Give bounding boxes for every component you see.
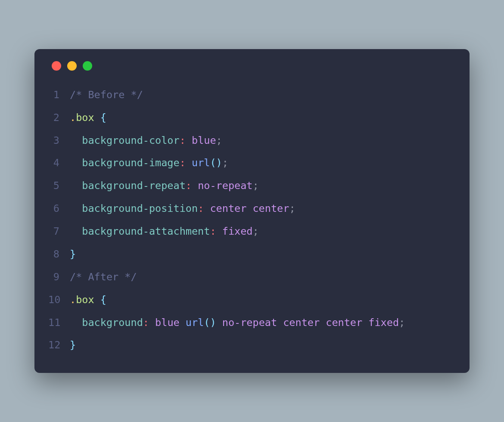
code-token: : xyxy=(210,225,216,237)
code-token: no-repeat center center fixed xyxy=(216,316,399,329)
code-token: fixed xyxy=(222,225,253,237)
code-token xyxy=(192,180,198,192)
line-number: 4 xyxy=(48,152,70,174)
code-token: background-color xyxy=(82,134,179,146)
code-editor-window: 1/* Before */2.box {3 background-color: … xyxy=(34,49,470,373)
minimize-icon[interactable] xyxy=(67,61,77,71)
code-token: ; xyxy=(289,202,295,214)
code-token: blue xyxy=(155,316,186,329)
code-line[interactable]: 7 background-attachment: fixed; xyxy=(48,220,456,243)
code-token: ; xyxy=(222,157,228,169)
code-line[interactable]: 1/* Before */ xyxy=(48,84,456,106)
code-token xyxy=(70,134,82,146)
code-token: ; xyxy=(252,225,258,237)
code-token: : xyxy=(180,134,186,146)
code-area[interactable]: 1/* Before */2.box {3 background-color: … xyxy=(48,84,456,357)
code-token: : xyxy=(143,316,149,329)
code-line[interactable]: 8} xyxy=(48,243,456,266)
line-number: 7 xyxy=(48,220,70,243)
code-token xyxy=(216,225,222,237)
window-titlebar xyxy=(52,61,456,71)
code-token xyxy=(70,316,82,329)
code-token: () xyxy=(204,316,216,329)
line-content[interactable]: } xyxy=(70,334,456,357)
line-number: 6 xyxy=(48,197,70,220)
code-token: /* Before */ xyxy=(70,89,143,101)
code-token: { xyxy=(100,294,106,306)
code-token: box xyxy=(76,112,94,124)
line-content[interactable]: background-image: url(); xyxy=(70,152,456,174)
code-token: : xyxy=(186,180,192,192)
code-token xyxy=(186,157,192,169)
line-number: 12 xyxy=(48,334,70,357)
code-token: . xyxy=(70,112,76,124)
code-token: ; xyxy=(216,134,222,146)
code-token: background-image xyxy=(82,157,179,169)
code-token xyxy=(149,316,155,329)
code-line[interactable]: 3 background-color: blue; xyxy=(48,129,456,152)
line-number: 9 xyxy=(48,266,70,289)
code-token: no-repeat xyxy=(198,180,252,192)
code-token xyxy=(94,112,100,124)
line-number: 10 xyxy=(48,289,70,311)
code-token xyxy=(70,157,82,169)
code-token xyxy=(70,225,82,237)
code-token xyxy=(186,134,192,146)
code-token: } xyxy=(70,339,76,351)
code-token: background xyxy=(82,316,143,329)
code-token: . xyxy=(70,294,76,306)
line-content[interactable]: .box { xyxy=(70,289,456,311)
close-icon[interactable] xyxy=(52,61,61,71)
line-content[interactable]: /* Before */ xyxy=(70,84,456,106)
code-line[interactable]: 9/* After */ xyxy=(48,266,456,289)
code-token: ; xyxy=(399,316,405,329)
code-line[interactable]: 12} xyxy=(48,334,456,357)
code-line[interactable]: 6 background-position: center center; xyxy=(48,197,456,220)
line-content[interactable]: } xyxy=(70,243,456,266)
line-content[interactable]: .box { xyxy=(70,106,456,129)
line-content[interactable]: background: blue url() no-repeat center … xyxy=(70,311,456,334)
code-token: blue xyxy=(192,134,216,146)
code-token: background-repeat xyxy=(82,180,186,192)
line-content[interactable]: background-attachment: fixed; xyxy=(70,220,456,243)
line-number: 1 xyxy=(48,84,70,106)
code-token xyxy=(70,202,82,214)
line-number: 8 xyxy=(48,243,70,266)
line-number: 3 xyxy=(48,129,70,152)
code-line[interactable]: 2.box { xyxy=(48,106,456,129)
code-line[interactable]: 5 background-repeat: no-repeat; xyxy=(48,174,456,197)
code-token: center center xyxy=(210,202,289,214)
code-token xyxy=(70,180,82,192)
code-token: : xyxy=(180,157,186,169)
code-token: box xyxy=(76,294,94,306)
code-token: : xyxy=(198,202,204,214)
line-content[interactable]: background-color: blue; xyxy=(70,129,456,152)
code-token: /* After */ xyxy=(70,271,137,283)
line-number: 2 xyxy=(48,106,70,129)
line-content[interactable]: /* After */ xyxy=(70,266,456,289)
code-token: url xyxy=(186,316,204,329)
line-content[interactable]: background-repeat: no-repeat; xyxy=(70,174,456,197)
maximize-icon[interactable] xyxy=(83,61,92,71)
code-token: } xyxy=(70,248,76,260)
code-token: url xyxy=(192,157,210,169)
code-token xyxy=(204,202,210,214)
code-token: background-attachment xyxy=(82,225,210,237)
line-number: 11 xyxy=(48,311,70,334)
code-token: ; xyxy=(252,180,258,192)
code-line[interactable]: 10.box { xyxy=(48,289,456,311)
code-token: background-position xyxy=(82,202,198,214)
code-line[interactable]: 11 background: blue url() no-repeat cent… xyxy=(48,311,456,334)
code-line[interactable]: 4 background-image: url(); xyxy=(48,152,456,174)
line-content[interactable]: background-position: center center; xyxy=(70,197,456,220)
code-token: { xyxy=(100,112,106,124)
code-token: () xyxy=(210,157,222,169)
line-number: 5 xyxy=(48,174,70,197)
code-token xyxy=(94,294,100,306)
